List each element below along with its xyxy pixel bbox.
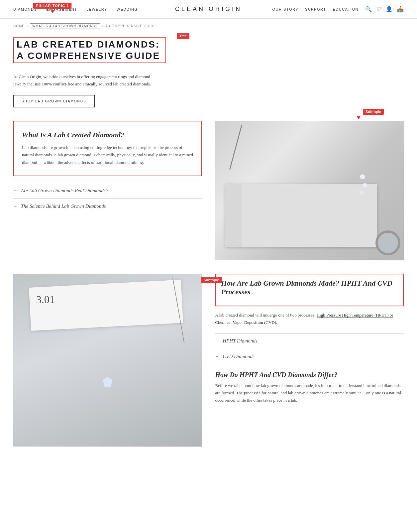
accordion-plus-icon2: +: [13, 203, 17, 209]
section2-left: Subtopic 3.01: [13, 274, 202, 447]
gem-3: [360, 191, 364, 195]
brand-logo[interactable]: CLEAN ORIGIN: [175, 6, 242, 13]
cloth-element: [225, 184, 377, 247]
diamond-image-content: [215, 121, 404, 260]
nav-our-story[interactable]: OUR STORY: [272, 7, 299, 11]
accordion-plus-cvd: +: [215, 354, 219, 360]
section1-right: Subtopic: [215, 121, 404, 260]
accordion-label-2: The Science Behind Lab Grown Diamonds: [21, 203, 106, 209]
accordion-label-1: Are Lab Grown Diamonds Real Diamonds?: [21, 188, 108, 194]
subtopic1-body: Lab diamonds are grown in a lab using cu…: [22, 144, 193, 166]
subtopic1-title: What Is A Lab Created Diamond?: [22, 131, 193, 139]
diamonds-image: [215, 121, 404, 260]
main-content: LAB CREATED DIAMONDS: A COMPREHENSIVE GU…: [0, 34, 417, 460]
accordion-item-1[interactable]: + Are Lab Grown Diamonds Real Diamonds?: [13, 183, 202, 199]
nav-education[interactable]: EDUCATION: [333, 7, 359, 11]
certificate-card: 3.01: [29, 280, 183, 331]
accordion-label-cvd: CVD Diamonds: [223, 354, 254, 359]
pillar-arrow-icon: [51, 10, 54, 13]
diamond-card-image: 3.01: [13, 274, 202, 447]
breadcrumb-pillar: WHAT IS A LAB GROWN DIAMOND?: [30, 23, 100, 29]
title-wrapper: LAB CREATED DIAMONDS: A COMPREHENSIVE GU…: [13, 37, 166, 70]
nav-jewelry[interactable]: JEWELRY: [87, 7, 107, 11]
account-icon[interactable]: 👤: [386, 6, 392, 12]
accordion-item-hpht[interactable]: + HPHT Diamonds: [215, 333, 404, 349]
accordion-plus-hpht: +: [215, 338, 219, 344]
wishlist-icon[interactable]: ♡: [376, 6, 381, 12]
section2-intro-text: A lab created diamond will undergo one o…: [215, 313, 316, 318]
breadcrumb-current: A COMPREHENSIVE GUIDE: [105, 24, 156, 28]
cloth-edge: [225, 184, 242, 247]
section2-intro: A lab created diamond will undergo one o…: [215, 312, 404, 326]
subtopic1-box: What Is A Lab Created Diamond? Lab diamo…: [13, 121, 202, 176]
tweezers-element: [229, 125, 242, 170]
breadcrumb-separator2: ›: [102, 24, 103, 28]
nav-right: OUR STORY SUPPORT EDUCATION 🔍 ♡ 👤 🚣: [272, 6, 404, 12]
accordion-plus-icon: +: [13, 188, 17, 194]
gems-group: [360, 174, 367, 195]
nav-icons: 🔍 ♡ 👤 🚣: [365, 6, 404, 12]
hero-intro: At Clean Origin, we pride ourselves in o…: [13, 73, 153, 88]
section2-layout: Subtopic 3.01 How Are La: [13, 274, 404, 447]
section1-layout: What Is A Lab Created Diamond? Lab diamo…: [13, 121, 404, 260]
subtopic-arrow-icon: [357, 116, 361, 119]
subtopic2-annotation: Subtopic: [201, 277, 222, 283]
accordion-item-2[interactable]: + The Science Behind Lab Grown Diamonds: [13, 199, 202, 214]
single-gem: [103, 377, 113, 387]
shop-button[interactable]: SHOP LAB GROWN DIAMONDS: [13, 95, 95, 107]
card-number: 3.01: [36, 293, 55, 306]
nav-wedding[interactable]: WEDDING: [117, 7, 138, 11]
section2-title-box: How Are Lab Grown Diamonds Made? HPHT An…: [215, 274, 404, 306]
section2-right: How Are Lab Grown Diamonds Made? HPHT An…: [215, 274, 404, 447]
accordion-item-cvd[interactable]: + CVD Diamonds: [215, 349, 404, 364]
magnifier-element: [375, 230, 400, 255]
nav-support[interactable]: SUPPORT: [305, 7, 326, 11]
breadcrumb-home[interactable]: HOME: [13, 24, 25, 28]
section2-subheading: How Do HPHT And CVD Diamonds Differ?: [215, 371, 404, 379]
nav-left: DIAMONDS ENGAGEMENT JEWELRY WEDDING: [13, 7, 138, 11]
cart-icon[interactable]: 🚣: [397, 6, 404, 12]
section1-left: What Is A Lab Created Diamond? Lab diamo…: [13, 121, 202, 260]
breadcrumb: Pillar Topic 1 HOME › WHAT IS A LAB GROW…: [0, 19, 417, 34]
gem-large: [103, 377, 113, 387]
subtopic1-annotation: Subtopic: [363, 109, 384, 115]
gem-1: [360, 174, 365, 179]
title-annotation: Title: [177, 33, 189, 39]
section2-subbody: Before we talk about how lab grown diamo…: [215, 382, 404, 404]
accordion-label-hpht: HPHT Diamonds: [223, 338, 257, 344]
breadcrumb-separator: ›: [27, 24, 28, 28]
search-icon[interactable]: 🔍: [365, 6, 372, 12]
page-title: LAB CREATED DIAMONDS: A COMPREHENSIVE GU…: [13, 37, 166, 63]
section2-title: How Are Lab Grown Diamonds Made? HPHT An…: [221, 279, 398, 296]
pillar-topic-annotation: Pillar Topic 1: [33, 3, 71, 9]
card-image-content: 3.01: [13, 274, 202, 447]
gem-2: [363, 183, 367, 187]
